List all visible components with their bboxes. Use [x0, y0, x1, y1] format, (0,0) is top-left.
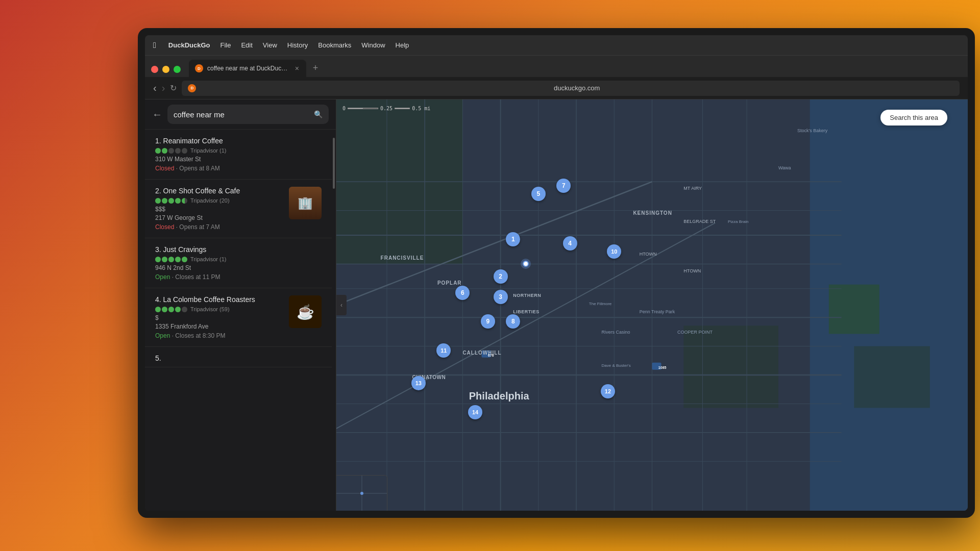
scroll-thumb: [333, 138, 335, 189]
map-pin-12[interactable]: 12: [601, 384, 615, 398]
result-status-2: Closed · Opens at 7 AM: [155, 223, 283, 231]
result-name-2: 2. One Shot Coffee & Cafe: [155, 187, 283, 195]
search-input[interactable]: [174, 110, 310, 119]
file-menu[interactable]: File: [220, 41, 231, 49]
svg-text:The Fillmore: The Fillmore: [589, 302, 612, 306]
url-favicon: D: [188, 84, 196, 92]
back-nav-button[interactable]: ‹: [153, 82, 157, 94]
review-source-1: Tripadvisor (1): [190, 147, 227, 154]
scroll-indicator[interactable]: [332, 130, 336, 511]
map-pin-8[interactable]: 8: [506, 314, 520, 329]
svg-text:Pizza Brain: Pizza Brain: [728, 219, 748, 224]
panel-back-button[interactable]: ←: [152, 109, 162, 120]
map-toggle-button[interactable]: ‹: [336, 295, 347, 315]
result-status-4: Open · Closes at 8:30 PM: [155, 332, 283, 339]
search-input-wrap[interactable]: 🔍: [167, 105, 329, 124]
map-pin-4[interactable]: 4: [563, 236, 577, 251]
history-menu[interactable]: History: [287, 41, 308, 49]
result-info-4: 4. La Colombe Coffee Roasters: [155, 295, 283, 339]
screen:  DuckDuckGo File Edit View History Book…: [145, 35, 968, 511]
result-address-3: 946 N 2nd St: [155, 264, 322, 271]
edit-menu[interactable]: Edit: [241, 41, 252, 49]
traffic-lights: [151, 66, 181, 77]
close-button[interactable]: [151, 66, 158, 73]
map-svg: FRANCISVILLE POPLAR KENSINGTON NORTHERN …: [336, 99, 968, 511]
svg-text:Penn Treaty Park: Penn Treaty Park: [640, 309, 675, 314]
map-pin-13[interactable]: 13: [411, 376, 426, 390]
results-list: 1. Reanimator Coffee: [145, 130, 336, 511]
url-bar[interactable]: D duckuckgo.com: [182, 81, 960, 96]
refresh-nav-button[interactable]: ↻: [170, 83, 177, 93]
result-address-4: 1335 Frankford Ave: [155, 323, 283, 330]
svg-rect-5: [854, 346, 929, 408]
search-panel: ← 🔍 1. Reanimator Coffee: [145, 99, 336, 511]
browser-content: ← 🔍 1. Reanimator Coffee: [145, 99, 968, 511]
map-pin-11[interactable]: 11: [436, 343, 451, 358]
result-name-3: 3. Just Cravings: [155, 245, 322, 254]
svg-text:Dave & Buster's: Dave & Buster's: [602, 363, 631, 368]
apple-menu[interactable]: : [153, 41, 156, 50]
result-status-3: Open · Closes at 11 PM: [155, 273, 322, 281]
svg-text:1085: 1085: [658, 366, 667, 369]
help-menu[interactable]: Help: [396, 41, 409, 49]
result-address-2: 217 W George St: [155, 214, 283, 221]
result-item-3[interactable]: 3. Just Cravings: [145, 238, 332, 288]
svg-text:HTOWN: HTOWN: [640, 252, 657, 257]
result-info-3: 3. Just Cravings: [155, 245, 322, 281]
forward-nav-button[interactable]: ›: [162, 82, 165, 94]
stars-1: [155, 148, 187, 154]
map-area[interactable]: FRANCISVILLE POPLAR KENSINGTON NORTHERN …: [336, 99, 968, 511]
result-item-1[interactable]: 1. Reanimator Coffee: [145, 130, 332, 180]
app-name-menu[interactable]: DuckDuckGo: [168, 41, 210, 49]
window-menu[interactable]: Window: [361, 41, 385, 49]
result-item-5-partial[interactable]: 5.: [145, 347, 332, 367]
review-source-4: Tripadvisor (59): [190, 306, 230, 312]
svg-point-56: [360, 492, 363, 495]
nav-bar: ‹ › ↻ D duckuckgo.com: [145, 77, 968, 99]
map-pin-14[interactable]: 14: [468, 405, 482, 419]
svg-text:NORTHERN: NORTHERN: [513, 293, 541, 298]
map-pin-7[interactable]: 7: [556, 179, 571, 193]
new-tab-button[interactable]: +: [308, 61, 323, 75]
maximize-button[interactable]: [174, 66, 181, 73]
tab-close-button[interactable]: ×: [294, 63, 300, 73]
search-this-area-button[interactable]: Search this area: [880, 110, 947, 126]
browser-tab[interactable]: D coffee near me at DuckDuckG… ×: [189, 60, 306, 77]
svg-text:LIBERTIES: LIBERTIES: [513, 309, 540, 314]
map-pin-5[interactable]: 5: [531, 187, 546, 201]
user-location-dot: [523, 261, 529, 267]
map-pin-10[interactable]: 10: [607, 244, 621, 259]
result-item-4[interactable]: 4. La Colombe Coffee Roasters: [145, 288, 332, 347]
result-rating-row-1: Tripadvisor (1): [155, 147, 322, 154]
minimize-button[interactable]: [162, 66, 169, 73]
svg-rect-4: [829, 285, 879, 334]
browser-chrome: D coffee near me at DuckDuckG… × + ‹ › ↻…: [145, 56, 968, 99]
result-rating-row-3: Tripadvisor (1): [155, 256, 322, 262]
map-pin-6[interactable]: 6: [455, 286, 470, 300]
svg-text:Stock's Bakery: Stock's Bakery: [797, 128, 828, 133]
menubar:  DuckDuckGo File Edit View History Book…: [145, 35, 968, 56]
svg-text:POPLAR: POPLAR: [437, 280, 462, 286]
result-item-2[interactable]: 2. One Shot Coffee & Cafe: [145, 180, 332, 238]
result-info: 1. Reanimator Coffee: [155, 137, 322, 172]
map-pin-1[interactable]: 1: [506, 232, 520, 246]
map-pin-2[interactable]: 2: [494, 269, 508, 284]
map-pin-3[interactable]: 3: [494, 290, 508, 304]
svg-text:MT AIRY: MT AIRY: [683, 186, 702, 191]
stars-4: [155, 307, 187, 312]
result-rating-row-2: Tripadvisor (20): [155, 197, 283, 204]
result-info-5: 5.: [155, 354, 322, 360]
map-pin-9[interactable]: 9: [481, 314, 495, 329]
result-name-1: 1. Reanimator Coffee: [155, 137, 322, 145]
result-info-2: 2. One Shot Coffee & Cafe: [155, 187, 283, 231]
svg-text:BELGRADE ST: BELGRADE ST: [683, 219, 716, 224]
svg-text:Wawa: Wawa: [778, 165, 791, 170]
svg-text:CALLOWHILL: CALLOWHILL: [462, 350, 501, 356]
stars-3: [155, 257, 187, 262]
tab-favicon: D: [195, 64, 203, 72]
view-menu[interactable]: View: [263, 41, 277, 49]
svg-rect-3: [683, 325, 778, 408]
bookmarks-menu[interactable]: Bookmarks: [318, 41, 351, 49]
svg-text:COOPER POINT: COOPER POINT: [677, 330, 713, 335]
svg-text:676: 676: [488, 354, 494, 357]
